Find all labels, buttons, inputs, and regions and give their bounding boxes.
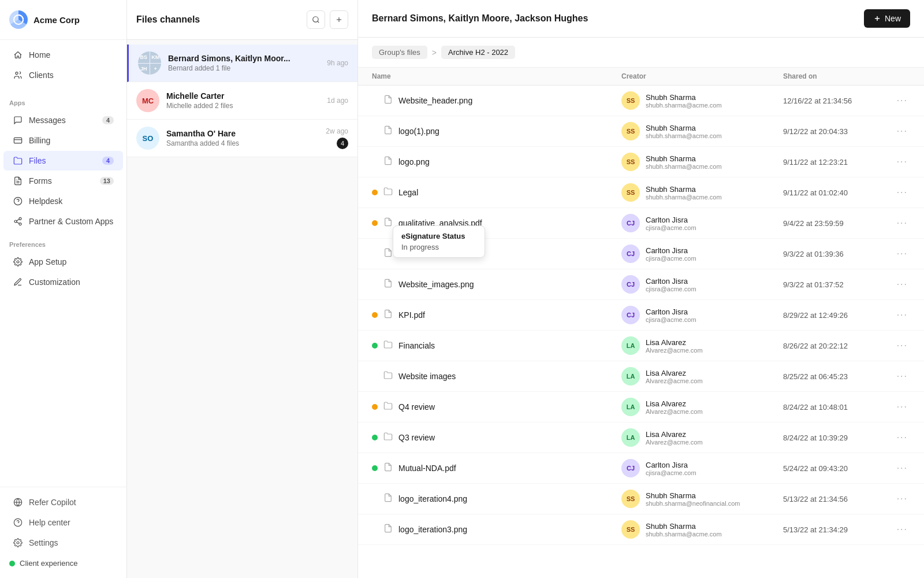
sidebar-item-settings[interactable]: Settings: [3, 533, 123, 553]
file-row[interactable]: qualitative_analysis.pdf eSignature Stat…: [358, 208, 924, 239]
file-name-cell: Website_images.png: [372, 279, 621, 290]
creator-info: Shubh Sharma shubh.sharma@acme.com: [646, 93, 722, 109]
file-row[interactable]: logo_iteration3.png SS Shubh Sharma shub…: [358, 514, 924, 545]
sidebar-item-forms[interactable]: Forms 13: [3, 171, 123, 191]
creator-avatar: SS: [621, 91, 640, 110]
customization-icon: [13, 277, 23, 287]
more-options-button[interactable]: ···: [895, 185, 910, 200]
home-label: Home: [29, 50, 114, 60]
breadcrumb-link[interactable]: Group's files: [372, 46, 427, 59]
more-options-button[interactable]: ···: [895, 461, 910, 476]
creator-cell: CJ Carlton Jisra cjisra@acme.com: [621, 306, 783, 324]
tooltip-box: eSignature Status In progress: [393, 225, 485, 258]
tooltip-value: In progress: [401, 243, 476, 251]
creator-avatar: CJ: [621, 275, 640, 294]
file-row[interactable]: logo.png SS Shubh Sharma shubh.sharma@ac…: [358, 147, 924, 177]
creator-email: shubh.sharma@acme.com: [646, 163, 722, 170]
creator-name: Carlton Jisra: [646, 277, 696, 286]
file-row[interactable]: Q3 review LA Lisa Alvarez Alvarez@acme.c…: [358, 423, 924, 453]
unread-badge: 4: [337, 138, 348, 149]
shared-cell: 9/3/22 at 01:37:52 ···: [783, 277, 910, 292]
more-options-button[interactable]: ···: [895, 430, 910, 445]
file-icon: [383, 217, 393, 229]
file-row[interactable]: Mutual-NDA.pdf CJ Carlton Jisra cjisra@a…: [358, 453, 924, 484]
status-dot: [372, 312, 378, 318]
more-options-button[interactable]: ···: [895, 369, 910, 384]
sidebar-item-clients[interactable]: Clients: [3, 65, 123, 85]
channel-item[interactable]: BS KM JH + Bernard Simons, Kaitlyn Moor.…: [127, 45, 357, 82]
file-name-cell: logo(1).png: [372, 125, 621, 137]
shared-date: 9/3/22 at 01:37:52: [783, 280, 844, 289]
more-options-button[interactable]: ···: [895, 522, 910, 537]
file-row[interactable]: Legal SS Shubh Sharma shubh.sharma@acme.…: [358, 177, 924, 208]
client-status[interactable]: Client experience: [0, 553, 126, 573]
svg-rect-2: [14, 138, 21, 143]
more-options-button[interactable]: ···: [895, 93, 910, 108]
sidebar-item-helpdesk[interactable]: Helpdesk: [3, 191, 123, 211]
more-options-button[interactable]: ···: [895, 277, 910, 292]
svg-point-18: [17, 542, 19, 544]
new-button[interactable]: New: [864, 9, 910, 28]
more-options-button[interactable]: ···: [895, 399, 910, 414]
brand-icon: [9, 10, 28, 29]
channel-info: Michelle Carter Michelle added 2 files: [166, 91, 320, 110]
channel-time: 2w ago: [326, 127, 348, 135]
creator-cell: CJ Carlton Jisra cjisra@acme.com: [621, 459, 783, 477]
file-row[interactable]: Q4 review LA Lisa Alvarez Alvarez@acme.c…: [358, 392, 924, 423]
sidebar-item-app-setup[interactable]: App Setup: [3, 252, 123, 272]
more-options-button[interactable]: ···: [895, 124, 910, 139]
add-channel-button[interactable]: [330, 10, 348, 29]
sidebar-item-billing[interactable]: Billing: [3, 131, 123, 150]
file-row[interactable]: Website_header.png SS Shubh Sharma shubh…: [358, 86, 924, 116]
shared-date: 8/25/22 at 06:45:23: [783, 372, 848, 381]
file-row[interactable]: Website_images.png CJ Carlton Jisra cjis…: [358, 269, 924, 300]
avatar: BS KM JH +: [138, 51, 161, 75]
clients-label: Clients: [29, 71, 114, 80]
shared-cell: 9/4/22 at 23:59:59 ···: [783, 216, 910, 231]
sidebar-item-home[interactable]: Home: [3, 45, 123, 65]
file-row[interactable]: logo(1).png SS Shubh Sharma shubh.sharma…: [358, 116, 924, 147]
channel-item[interactable]: SO Samantha O' Hare Samantha added 4 fil…: [127, 120, 357, 157]
more-options-button[interactable]: ···: [895, 246, 910, 261]
sidebar-item-refer[interactable]: Refer Copilot: [3, 492, 123, 512]
search-button[interactable]: [307, 10, 325, 29]
channel-item[interactable]: MC Michelle Carter Michelle added 2 file…: [127, 82, 357, 120]
creator-cell: SS Shubh Sharma shubh.sharma@acme.com: [621, 183, 783, 202]
channel-time: 1d ago: [327, 97, 348, 105]
file-name: KPI.pdf: [398, 310, 425, 320]
helpdesk-label: Helpdesk: [29, 197, 114, 206]
more-options-button[interactable]: ···: [895, 307, 910, 323]
status-dot: [372, 373, 378, 379]
billing-label: Billing: [29, 136, 114, 145]
sidebar-item-partner[interactable]: Partner & Custom Apps: [3, 212, 123, 231]
clients-icon: [13, 70, 23, 80]
shared-date: 9/11/22 at 01:02:40: [783, 188, 848, 197]
more-options-button[interactable]: ···: [895, 491, 910, 506]
file-row[interactable]: KPI.pdf CJ Carlton Jisra cjisra@acme.com…: [358, 300, 924, 331]
folder-icon: [383, 370, 393, 382]
creator-info: Shubh Sharma shubh.sharma@acme.com: [646, 185, 722, 201]
status-dot: [372, 128, 378, 134]
brand[interactable]: Acme Corp: [0, 0, 126, 40]
file-row[interactable]: logo_iteration4.png SS Shubh Sharma shub…: [358, 484, 924, 514]
helpdesk-icon: [13, 196, 23, 206]
tooltip-title: eSignature Status: [401, 232, 476, 240]
breadcrumb-separator: >: [432, 48, 437, 57]
file-row[interactable]: Financials LA Lisa Alvarez Alvarez@acme.…: [358, 331, 924, 361]
more-options-button[interactable]: ···: [895, 216, 910, 231]
apps-label: Apps: [0, 90, 126, 110]
creator-cell: LA Lisa Alvarez Alvarez@acme.com: [621, 336, 783, 355]
col-creator-header: Creator: [621, 72, 783, 80]
shared-date: 9/11/22 at 12:23:21: [783, 158, 848, 166]
more-options-button[interactable]: ···: [895, 338, 910, 353]
more-options-button[interactable]: ···: [895, 154, 910, 169]
creator-email: shubh.sharma@acme.com: [646, 132, 722, 139]
sidebar-item-help[interactable]: Help center: [3, 513, 123, 532]
sidebar-item-customization[interactable]: Customization: [3, 272, 123, 292]
sidebar-item-files[interactable]: Files 4: [3, 151, 123, 171]
shared-date: 5/13/22 at 21:34:29: [783, 525, 848, 534]
status-dot: [372, 343, 378, 349]
sidebar-item-messages[interactable]: Messages 4: [3, 110, 123, 130]
file-row[interactable]: Website images LA Lisa Alvarez Alvarez@a…: [358, 361, 924, 392]
channel-info: Samantha O' Hare Samantha added 4 files: [166, 129, 319, 147]
